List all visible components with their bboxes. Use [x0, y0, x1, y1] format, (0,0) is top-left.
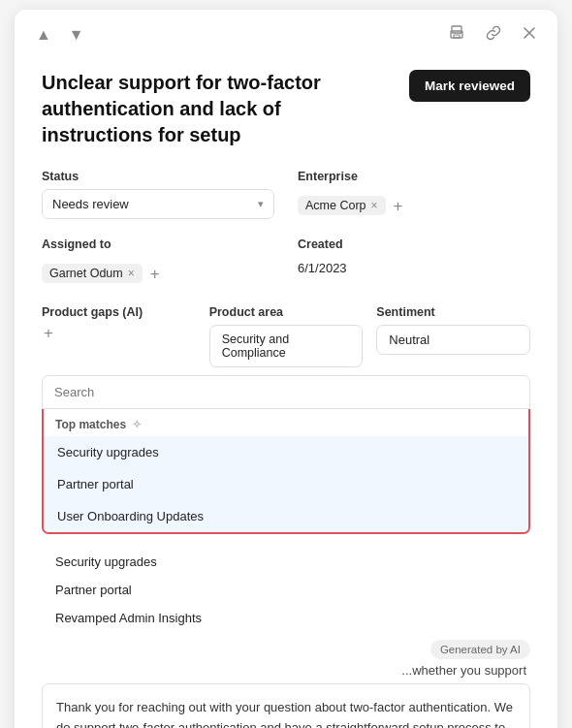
created-label: Created — [298, 237, 530, 251]
status-select[interactable]: Needs review ▾ — [42, 189, 274, 219]
status-label: Status — [42, 170, 274, 183]
close-button[interactable] — [519, 24, 540, 46]
created-value: 6/1/2023 — [298, 257, 530, 279]
list-item[interactable]: Security upgrades — [55, 548, 517, 576]
chevron-down-icon: ▾ — [258, 198, 264, 210]
remove-enterprise-tag[interactable]: × — [371, 199, 378, 212]
dropdown-list: Top matches ✧ Security upgrades Partner … — [42, 409, 530, 534]
product-gaps-label: Product gaps (AI) — [42, 305, 196, 319]
link-button[interactable] — [482, 23, 505, 47]
mark-reviewed-button[interactable]: Mark reviewed — [409, 70, 530, 102]
body-preview-text: ...whether you support — [42, 663, 530, 678]
assigned-to-field: Assigned to Garnet Odum × + — [42, 237, 274, 290]
sentiment-value: Neutral — [376, 325, 530, 355]
remove-assignee-tag[interactable]: × — [128, 267, 135, 280]
list-item[interactable]: Security upgrades — [44, 436, 528, 468]
product-area-label: Product area — [209, 305, 364, 319]
print-button[interactable] — [445, 23, 468, 47]
enterprise-tag: Acme Corp × — [298, 196, 386, 215]
body-paragraph-1: Thank you for reaching out with your que… — [56, 698, 516, 728]
fields-top-row: Status Needs review ▾ Enterprise Acme Co… — [42, 170, 530, 237]
svg-rect-0 — [452, 26, 461, 33]
nav-down-button[interactable]: ▼ — [65, 24, 88, 46]
top-bar: ▲ ▼ — [15, 10, 557, 52]
add-enterprise-button[interactable]: + — [392, 198, 405, 214]
assignee-tags: Garnet Odum × + — [42, 257, 274, 290]
status-value: Needs review — [52, 197, 129, 211]
search-input[interactable] — [42, 375, 530, 409]
created-field: Created 6/1/2023 — [298, 237, 530, 290]
product-gaps-field: Product gaps (AI) + — [42, 305, 196, 341]
assignee-tag: Garnet Odum × — [42, 264, 143, 283]
enterprise-tags: Acme Corp × + — [298, 189, 530, 222]
status-field: Status Needs review ▾ — [42, 170, 274, 222]
product-area-value: Security and Compliance — [209, 325, 364, 367]
list-item[interactable]: User Onboarding Updates — [44, 500, 528, 532]
content-area: Unclear support for two-factor authentic… — [15, 52, 557, 728]
sparkle-icon: ✧ — [132, 418, 142, 431]
top-matches-label: Top matches — [55, 418, 126, 431]
add-product-gap-button[interactable]: + — [42, 325, 55, 341]
ai-badge: Generated by AI — [430, 640, 530, 659]
nav-controls: ▲ ▼ — [32, 24, 88, 46]
sentiment-label: Sentiment — [376, 305, 530, 319]
svg-point-3 — [460, 33, 461, 35]
enterprise-tag-value: Acme Corp — [305, 199, 366, 212]
list-item[interactable]: Partner portal — [44, 468, 528, 500]
window-controls — [445, 23, 540, 47]
body-text-area: Thank you for reaching out with your que… — [42, 683, 530, 728]
top-matches-header: Top matches ✧ — [44, 409, 528, 436]
enterprise-label: Enterprise — [298, 170, 530, 183]
list-item[interactable]: Partner portal — [55, 576, 517, 604]
sentiment-field: Sentiment Neutral — [376, 305, 530, 355]
nav-up-button[interactable]: ▲ — [32, 24, 55, 46]
product-gaps-add-row: + — [42, 325, 196, 341]
enterprise-field: Enterprise Acme Corp × + — [298, 170, 530, 222]
assigned-to-label: Assigned to — [42, 237, 274, 251]
list-item[interactable]: Revamped Admin Insights — [55, 604, 517, 632]
product-gap-dropdown: Top matches ✧ Security upgrades Partner … — [42, 375, 530, 534]
svg-rect-2 — [454, 35, 460, 38]
more-dropdown-items: Security upgrades Partner portal Revampe… — [42, 542, 530, 638]
page-title: Unclear support for two-factor authentic… — [42, 70, 394, 148]
title-row: Unclear support for two-factor authentic… — [42, 70, 530, 148]
assignee-tag-value: Garnet Odum — [49, 267, 123, 280]
add-assignee-button[interactable]: + — [148, 266, 162, 282]
main-card: ▲ ▼ — [15, 10, 557, 728]
fields-mid-row: Assigned to Garnet Odum × + Created 6/1/… — [42, 237, 530, 305]
product-area-field: Product area Security and Compliance — [209, 305, 364, 367]
